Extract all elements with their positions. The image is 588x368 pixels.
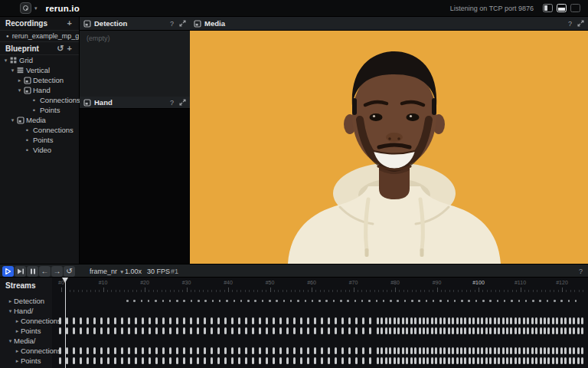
event-marker	[155, 300, 157, 302]
event-marker	[535, 347, 537, 354]
hand-view[interactable]	[80, 109, 190, 264]
help-icon[interactable]: ?	[170, 99, 174, 107]
stream-row-media[interactable]: ▾Media/	[7, 336, 36, 346]
playhead-handle[interactable]	[62, 278, 68, 283]
blueprint-item-grid[interactable]: ▾Grid	[0, 55, 79, 65]
loop-button[interactable]: ↺	[64, 266, 75, 277]
blueprint-item-media[interactable]: ▾Media	[0, 115, 79, 125]
ruler-tick	[361, 290, 362, 292]
maximize-view-icon[interactable]	[179, 99, 186, 106]
maximize-view-icon[interactable]	[577, 20, 584, 27]
step-forward-button[interactable]: →	[51, 266, 63, 277]
ruler-tick	[466, 290, 467, 292]
view-2d-icon	[83, 99, 91, 107]
step-to-latest-button[interactable]	[15, 266, 26, 277]
view-2d-icon	[23, 77, 31, 84]
app-menu-chevron-icon[interactable]: ▾	[34, 5, 38, 12]
blueprint-item-video[interactable]: •Video	[0, 145, 79, 155]
reset-blueprint-icon[interactable]: ↺	[55, 44, 65, 53]
event-marker	[527, 317, 529, 324]
media-view-header[interactable]: Media ?	[190, 17, 588, 31]
help-icon[interactable]: ?	[170, 20, 174, 28]
fps-indicator[interactable]: 30 FPS	[147, 264, 170, 278]
event-marker	[431, 357, 433, 364]
recording-label: rerun_example_mp_gestu…	[12, 32, 79, 40]
blueprint-item-vertical[interactable]: ▾Vertical	[0, 65, 79, 75]
event-marker	[73, 327, 75, 334]
event-marker	[402, 357, 404, 364]
event-marker	[300, 347, 302, 354]
blueprint-item-points[interactable]: •Points	[0, 105, 79, 115]
event-marker	[80, 317, 82, 324]
blueprint-item-hand[interactable]: ▾Hand	[0, 85, 79, 95]
event-marker	[259, 347, 261, 354]
playback-speed[interactable]: 1.00x	[125, 264, 142, 278]
ruler-tick	[354, 288, 354, 292]
event-marker	[460, 327, 462, 334]
expander-icon[interactable]: ▾	[9, 117, 16, 123]
ruler-tick	[583, 290, 583, 292]
add-view-button[interactable]: +	[66, 44, 74, 53]
event-marker	[80, 357, 82, 364]
detection-view-header[interactable]: Detection ?	[80, 17, 190, 31]
ruler-tick	[399, 290, 400, 292]
detection-view[interactable]: (empty)	[80, 31, 190, 97]
expander-icon[interactable]: ▾	[7, 308, 14, 314]
tcp-status-text: Listening on TCP port 9876	[450, 5, 534, 12]
expander-icon[interactable]: ▾	[2, 58, 9, 64]
ruler-tick	[194, 290, 195, 292]
expander-icon[interactable]: ▸	[16, 77, 23, 84]
view-2d-icon	[83, 20, 91, 28]
blueprint-item-points[interactable]: •Points	[0, 135, 79, 145]
blueprint-item-detection[interactable]: ▸Detection	[0, 75, 79, 85]
expander-icon[interactable]: ▾	[9, 67, 16, 74]
recordings-header: Recordings +	[0, 17, 79, 31]
ruler-tick	[579, 290, 580, 292]
bottom-panel-toggle-icon[interactable]	[557, 4, 567, 12]
ruler-tick	[324, 290, 325, 292]
event-marker	[569, 317, 571, 324]
event-marker	[128, 327, 130, 334]
maximize-view-icon[interactable]	[179, 20, 186, 27]
pause-button[interactable]	[27, 266, 38, 277]
timeline-select[interactable]: frame_nr▼	[90, 264, 124, 278]
event-marker	[73, 357, 75, 364]
event-marker	[279, 357, 282, 364]
blueprint-item-connections[interactable]: •Connections	[0, 125, 79, 135]
event-marker	[560, 317, 563, 324]
step-back-button[interactable]: ←	[39, 266, 51, 277]
ruler-tick	[332, 290, 333, 292]
event-marker	[518, 327, 521, 334]
media-view[interactable]	[190, 31, 588, 264]
right-panel-toggle-icon[interactable]	[570, 4, 580, 12]
event-marker	[355, 357, 358, 364]
rerun-logo-icon[interactable]	[20, 2, 31, 14]
blueprint-item-connections[interactable]: •Connections	[0, 95, 79, 105]
expander-icon[interactable]: ▾	[7, 338, 14, 344]
event-marker	[477, 317, 479, 324]
event-marker	[133, 300, 136, 302]
event-marker	[100, 317, 103, 324]
event-marker	[460, 317, 462, 324]
play-button[interactable]	[2, 266, 14, 277]
playhead-line[interactable]	[65, 278, 66, 368]
help-icon[interactable]: ?	[568, 20, 572, 28]
event-marker	[321, 317, 323, 324]
help-icon[interactable]: ?	[579, 264, 583, 278]
left-panel-toggle-icon[interactable]	[543, 4, 553, 12]
recording-item[interactable]: ●rerun_example_mp_gestu…	[0, 31, 79, 41]
event-marker	[389, 327, 391, 334]
expander-icon[interactable]: ▾	[16, 87, 23, 94]
event-marker	[552, 347, 554, 354]
event-marker	[423, 317, 425, 324]
ruler-tick	[479, 288, 479, 292]
stream-row-hand[interactable]: ▾Hand/	[7, 306, 33, 316]
stream-label: Hand/	[14, 307, 33, 315]
ruler-label: #40	[224, 280, 233, 285]
ruler-tick	[145, 288, 145, 292]
timeline-ruler[interactable]: #0#10#20#30#40#50#60#70#80#90#100#110#12…	[0, 278, 588, 293]
event-marker	[293, 327, 296, 334]
add-recording-button[interactable]: +	[66, 19, 74, 28]
hand-view-header[interactable]: Hand ?	[80, 97, 190, 109]
event-marker	[469, 347, 471, 354]
